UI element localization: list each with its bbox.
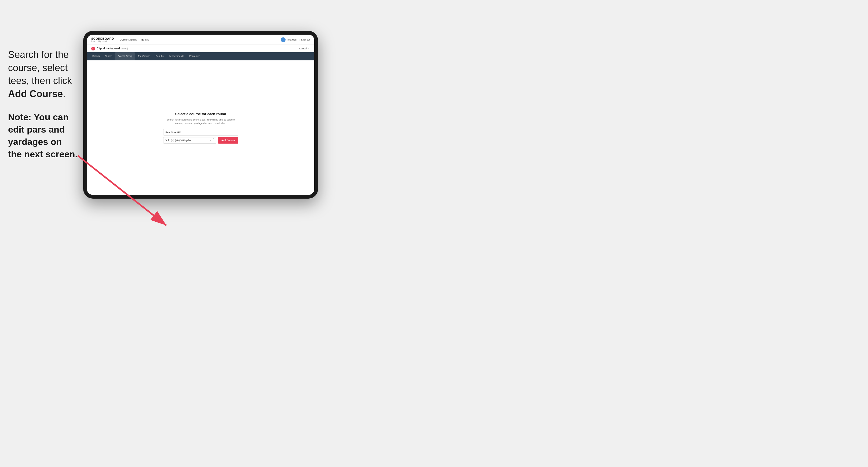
- tab-navigation: Details Teams Course Setup Tee Groups Re…: [87, 52, 314, 60]
- logo-area: SCOREBOARD Powered by clippd: [91, 37, 114, 42]
- nav-right: T Test User | Sign out: [281, 37, 310, 42]
- tournament-name: Clippd Invitational: [97, 47, 120, 50]
- panel-description: Search for a course and select a tee. Yo…: [163, 118, 238, 125]
- tournament-tag: (Men): [122, 47, 128, 50]
- tablet-screen: SCOREBOARD Powered by clippd TOURNAMENTS…: [87, 35, 314, 195]
- nav-tournaments[interactable]: TOURNAMENTS: [118, 38, 136, 41]
- navbar: SCOREBOARD Powered by clippd TOURNAMENTS…: [87, 35, 314, 45]
- instruction-text: Search for the course, select tees, then…: [8, 48, 78, 100]
- tee-select-text: Gold (M) (M) (7010 yds): [165, 139, 191, 142]
- tee-clear-icon[interactable]: ✕: [210, 139, 212, 142]
- tournament-header: C Clippd Invitational (Men) Cancel ✕: [87, 45, 314, 52]
- course-setup-panel: Select a course for each round Search fo…: [163, 112, 238, 144]
- tab-course-setup[interactable]: Course Setup: [115, 52, 135, 60]
- course-search-input[interactable]: [163, 129, 238, 135]
- cancel-button[interactable]: Cancel ✕: [299, 47, 310, 50]
- left-annotation-panel: Search for the course, select tees, then…: [8, 48, 78, 160]
- tee-arrow-icon[interactable]: ⌃⌄: [213, 138, 214, 143]
- pipe: |: [299, 38, 300, 41]
- tab-results[interactable]: Results: [153, 52, 166, 60]
- tee-select-wrapper[interactable]: Gold (M) (M) (7010 yds) ✕ ⌃⌄: [163, 137, 217, 144]
- tab-details[interactable]: Details: [90, 52, 102, 60]
- tab-leaderboards[interactable]: Leaderboards: [166, 52, 187, 60]
- tablet-device: SCOREBOARD Powered by clippd TOURNAMENTS…: [83, 31, 318, 198]
- tab-printables[interactable]: Printables: [187, 52, 203, 60]
- user-label: Test User: [287, 38, 298, 41]
- nav-teams[interactable]: TEAMS: [141, 38, 149, 41]
- tab-teams[interactable]: Teams: [102, 52, 115, 60]
- tournament-icon: C: [91, 47, 95, 51]
- tee-select-row: Gold (M) (M) (7010 yds) ✕ ⌃⌄ Add Course: [163, 137, 238, 144]
- tee-select-controls: ✕ ⌃⌄: [210, 138, 214, 143]
- note-text: Note: You can edit pars and yardages on …: [8, 111, 78, 160]
- logo-sub: Powered by clippd: [91, 40, 114, 42]
- user-avatar: T: [281, 37, 286, 42]
- main-content: Select a course for each round Search fo…: [87, 60, 314, 195]
- add-course-button[interactable]: Add Course: [218, 137, 238, 144]
- sign-out-link[interactable]: Sign out: [301, 38, 310, 41]
- nav-links: TOURNAMENTS TEAMS: [118, 38, 280, 41]
- tournament-title-area: C Clippd Invitational (Men): [91, 47, 128, 51]
- tab-tee-groups[interactable]: Tee Groups: [135, 52, 153, 60]
- logo-title: SCOREBOARD: [91, 37, 114, 40]
- panel-title: Select a course for each round: [163, 112, 238, 116]
- instruction-bold: Add Course: [8, 88, 63, 99]
